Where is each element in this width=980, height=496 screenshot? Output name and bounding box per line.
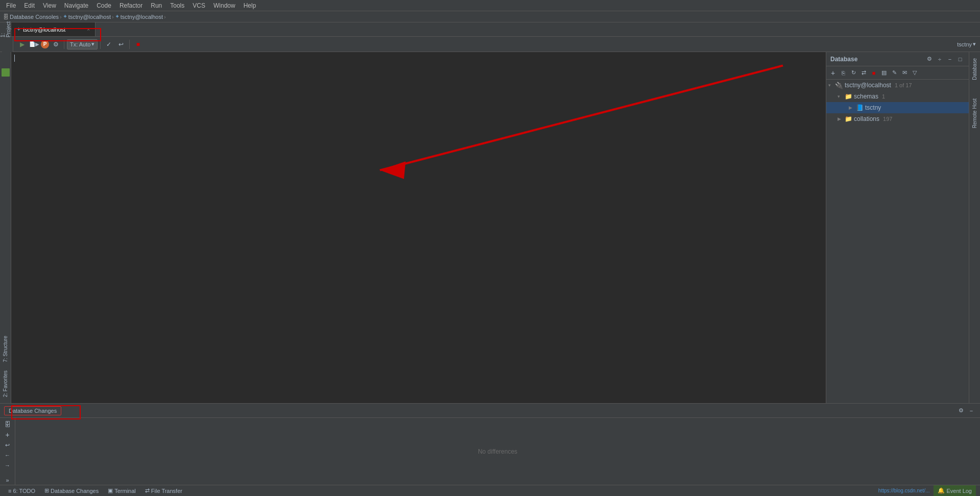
collations-folder-icon: 📁: [844, 115, 852, 123]
menu-view[interactable]: View: [39, 1, 60, 10]
bottom-db-icon: 🗄: [3, 420, 12, 429]
schemas-count: 1: [882, 93, 885, 100]
breadcrumb-sep-3: ›: [164, 14, 166, 20]
main-area: 7: Structure 2: Favorites Database ⚙ ÷ −…: [0, 52, 980, 403]
tree-schemas[interactable]: ▾ 📁 schemas 1: [826, 91, 969, 102]
menu-navigate[interactable]: Navigate: [60, 1, 92, 10]
menu-window[interactable]: Window: [209, 1, 240, 10]
tree-root[interactable]: ▾ 🔌 tsctny@localhost 1 of 17: [826, 80, 969, 91]
breadcrumb-bar: 🗄 Database Consoles › ✦ tsctny@localhost…: [0, 11, 980, 22]
menu-help[interactable]: Help: [240, 1, 260, 10]
panel-split-btn[interactable]: ÷: [935, 55, 944, 64]
breadcrumb-host-2: ✦ tsctny@localhost: [115, 13, 163, 20]
editor-area[interactable]: [11, 52, 826, 403]
db-filter-btn[interactable]: ▽: [910, 68, 919, 78]
p-button[interactable]: P: [41, 40, 49, 48]
bottom-center: No differences: [15, 418, 980, 485]
menu-edit[interactable]: Edit: [20, 1, 39, 10]
stop-button[interactable]: ■: [132, 39, 144, 50]
bottom-add-btn[interactable]: +: [3, 430, 12, 439]
breadcrumb-sep-2: ›: [112, 14, 114, 20]
rollback-button[interactable]: ↩: [115, 39, 127, 50]
menu-bar: File Edit View Navigate Code Refactor Ru…: [0, 0, 980, 11]
db-copy-btn[interactable]: ⎘: [839, 68, 848, 78]
tree-collations[interactable]: ▶ 📁 collations 197: [826, 113, 969, 125]
bottom-left-btn[interactable]: ←: [3, 451, 12, 460]
menu-tools[interactable]: Tools: [166, 1, 188, 10]
toolbar-sep-3: [129, 40, 130, 49]
cursor: [14, 55, 15, 62]
panel-settings-btn[interactable]: ⚙: [925, 55, 934, 64]
collations-label: collations: [854, 115, 879, 122]
bottom-main: 🗄 + ↩ ← → » No differences: [0, 418, 980, 485]
bottom-undo-btn[interactable]: ↩: [3, 440, 12, 450]
tree-tsctny-schema[interactable]: ▶ 📘 tsctny: [826, 102, 969, 113]
event-log-tab[interactable]: 🔔 Event Log: [934, 485, 976, 497]
db-stop-btn[interactable]: ■: [869, 68, 878, 78]
tsctny-schema-icon: 📘: [855, 104, 864, 112]
menu-run[interactable]: Run: [147, 1, 166, 10]
toolbar: ▶ 📄▶ P ⚙ Tx: Auto ▾ ✓ ↩ ■ tsctny ▾: [0, 37, 980, 52]
todo-tab[interactable]: ≡ 6: TODO: [4, 485, 39, 497]
file-transfer-tab[interactable]: ⇄ File Transfer: [141, 485, 186, 497]
db-table-btn[interactable]: ▤: [879, 68, 889, 78]
panel-maximize-btn[interactable]: □: [955, 55, 965, 64]
database-panel-title: Database: [830, 56, 857, 63]
database-sidebar-tab[interactable]: Database: [970, 54, 979, 84]
tab-tsctny-localhost[interactable]: ✦ tsctny@localhost ×: [11, 22, 95, 36]
root-db-icon: 🔌: [835, 81, 843, 89]
bottom-panel-actions: ⚙ −: [957, 406, 976, 415]
status-url[interactable]: https://blog.csdn.net/...: [878, 488, 930, 493]
run-button[interactable]: ▶: [16, 39, 28, 50]
menu-vcs[interactable]: VCS: [188, 1, 209, 10]
bookmark-icon[interactable]: [2, 68, 10, 77]
root-arrow: ▾: [828, 83, 833, 88]
tab-close-btn[interactable]: ×: [87, 27, 90, 32]
bottom-panel-header: Database Changes ⚙ −: [0, 404, 980, 418]
settings-button[interactable]: ⚙: [50, 39, 61, 50]
menu-refactor[interactable]: Refactor: [115, 1, 147, 10]
db-add-btn[interactable]: +: [828, 68, 838, 78]
project-sidebar-tab[interactable]: 1: Project: [0, 22, 11, 36]
status-tabs: ≡ 6: TODO ⊞ Database Changes ▣ Terminal …: [4, 485, 186, 497]
schemas-label: schemas: [854, 93, 878, 100]
editor-content[interactable]: [11, 52, 826, 403]
menu-file[interactable]: File: [2, 1, 20, 10]
event-log-icon: 🔔: [938, 487, 945, 494]
remote-host-tab[interactable]: Remote Host: [970, 94, 979, 132]
terminal-tab[interactable]: ▣ Terminal: [104, 485, 140, 497]
tx-dropdown[interactable]: Tx: Auto ▾: [67, 39, 98, 49]
root-count: 1 of 17: [895, 82, 912, 88]
panel-minimize-btn[interactable]: −: [945, 55, 954, 64]
db-mail-btn[interactable]: ✉: [900, 68, 909, 78]
bottom-settings-btn[interactable]: ⚙: [957, 406, 966, 415]
commit-button[interactable]: ✓: [103, 39, 114, 50]
db-refresh-btn[interactable]: ↻: [849, 68, 858, 78]
toolbar-sep-1: [64, 40, 64, 49]
bottom-panel-title: Database Changes: [4, 406, 61, 415]
db-changes-label: Database Changes: [51, 488, 99, 494]
tx-label: Tx: Auto: [70, 41, 90, 47]
menu-code[interactable]: Code: [92, 1, 115, 10]
db-changes-tab[interactable]: ⊞ Database Changes: [40, 485, 103, 497]
bottom-panel-left: 🗄 + ↩ ← → »: [0, 418, 15, 485]
sidebar-toggle[interactable]: [2, 37, 13, 52]
run-file-button[interactable]: 📄▶: [29, 39, 40, 50]
favorites-tab[interactable]: 2: Favorites: [1, 366, 10, 401]
tab-rename-input[interactable]: [67, 27, 83, 33]
file-transfer-label: File Transfer: [151, 488, 182, 494]
schemas-folder-icon: 📁: [844, 92, 852, 101]
bottom-panel: Database Changes ⚙ − 🗄 + ↩ ← → » No diff…: [0, 403, 980, 485]
db-panel-toolbar: + ⎘ ↻ ⇄ ■ ▤ ✎ ✉ ▽: [826, 66, 969, 80]
schema-selector[interactable]: tsctny ▾: [955, 41, 978, 47]
schema-name: tsctny: [957, 41, 972, 47]
structure-tab[interactable]: 7: Structure: [1, 332, 10, 366]
bottom-close-btn[interactable]: −: [967, 406, 976, 415]
bottom-right-btn[interactable]: →: [3, 461, 12, 470]
db-sync-btn[interactable]: ⇄: [859, 68, 868, 78]
toolbar-right: tsctny ▾: [955, 41, 978, 47]
db-edit-btn[interactable]: ✎: [890, 68, 899, 78]
database-panel-header: Database ⚙ ÷ − □: [826, 52, 969, 66]
bottom-expand-btn[interactable]: »: [3, 476, 12, 485]
tab-bar: 1: Project ✦ tsctny@localhost ×: [0, 22, 980, 37]
